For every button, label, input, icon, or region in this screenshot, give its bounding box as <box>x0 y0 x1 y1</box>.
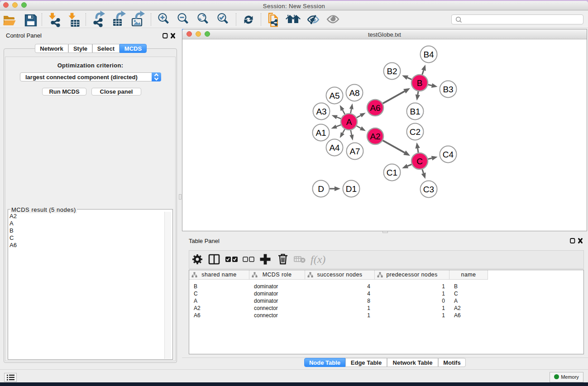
svg-text:D1: D1 <box>346 184 357 194</box>
svg-text:C2: C2 <box>410 127 421 137</box>
svg-text:D: D <box>318 184 324 194</box>
svg-text:A8: A8 <box>349 88 359 98</box>
svg-text:A5: A5 <box>329 91 339 100</box>
svg-text:C3: C3 <box>423 185 434 194</box>
svg-text:B3: B3 <box>443 85 453 94</box>
svg-text:B4: B4 <box>423 50 434 59</box>
svg-text:B1: B1 <box>410 107 420 116</box>
svg-text:A1: A1 <box>316 128 326 138</box>
svg-text:B: B <box>417 78 423 88</box>
svg-text:A: A <box>346 117 352 127</box>
svg-text:C1: C1 <box>387 168 397 177</box>
svg-text:A6: A6 <box>370 103 380 113</box>
svg-text:B2: B2 <box>387 67 397 76</box>
svg-text:C4: C4 <box>443 150 454 159</box>
svg-text:C: C <box>416 157 423 166</box>
svg-text:A2: A2 <box>370 132 380 141</box>
svg-text:f(x): f(x) <box>311 253 325 265</box>
svg-text:A4: A4 <box>329 143 340 152</box>
svg-text:A7: A7 <box>349 147 360 156</box>
svg-text:A3: A3 <box>316 107 326 116</box>
